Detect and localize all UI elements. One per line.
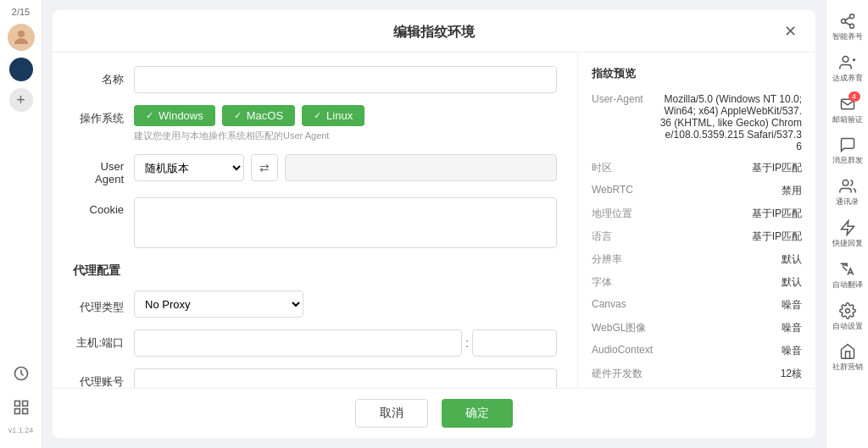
preview-detail-row: WebGL图像 噪音	[592, 321, 802, 335]
proxy-section-title: 代理配置	[73, 263, 557, 279]
host-input[interactable]	[134, 329, 462, 357]
os-check-icon: ✓	[146, 110, 153, 121]
preview-detail-row: 硬件开发数 12核	[592, 367, 802, 381]
edit-dialog: 编辑指纹环境 ✕ 名称 操作系统	[53, 10, 815, 438]
svg-line-10	[845, 17, 850, 19]
preview-detail-row: 分辨率 默认	[592, 252, 802, 267]
preview-detail-row: 字体 默认	[592, 275, 802, 290]
confirm-button[interactable]: 确定	[442, 399, 513, 428]
preview-ua-row: User-Agent Mozilla/5.0 (Windows NT 10.0;…	[592, 93, 802, 152]
preview-detail-key: 语言	[592, 230, 659, 244]
preview-detail-value: 基于IP匹配	[659, 230, 802, 244]
quick-reply-icon	[838, 218, 857, 237]
name-content	[134, 66, 557, 93]
preview-detail-key: Canvas	[592, 298, 659, 310]
preview-detail-value: 基于IP匹配	[659, 207, 802, 221]
right-item-auto[interactable]: 自动设置	[826, 296, 868, 336]
preview-detail-value: 默认	[659, 275, 802, 290]
svg-point-0	[18, 30, 25, 37]
right-item-translate[interactable]: 自动翻译	[826, 255, 868, 295]
svg-marker-16	[841, 221, 854, 235]
grid-icon[interactable]	[6, 392, 36, 423]
svg-line-9	[845, 22, 850, 25]
proxy-account-input[interactable]	[134, 368, 557, 388]
right-item-quick-label: 快捷回复	[832, 239, 863, 248]
profile-counter: 2/15	[12, 7, 30, 17]
preview-detail-row: WebRTC 禁用	[592, 184, 802, 198]
right-item-follow[interactable]: 达成养育	[826, 48, 868, 88]
cancel-button[interactable]: 取消	[355, 399, 428, 428]
proxy-type-select[interactable]: No Proxy HTTP HTTPS SOCKS5	[134, 290, 303, 318]
port-input[interactable]	[472, 329, 557, 357]
sidebar-profile-dot[interactable]	[9, 58, 33, 81]
preview-detail-key: 时区	[592, 161, 659, 175]
ua-controls: 随机版本 ⇄	[134, 154, 557, 181]
right-item-connect[interactable]: 通讯录	[826, 172, 868, 212]
svg-rect-2	[14, 401, 19, 407]
translate-icon	[838, 260, 857, 279]
right-item-verify[interactable]: 4 邮箱验证	[826, 90, 868, 130]
right-item-translate-label: 自动翻译	[832, 280, 863, 290]
proxy-type-content: No Proxy HTTP HTTPS SOCKS5	[134, 290, 557, 318]
os-macos-check-icon: ✓	[234, 110, 242, 121]
cookie-label: Cookie	[73, 197, 134, 216]
ua-row: User Agent 随机版本 ⇄	[73, 154, 557, 185]
host-content: :	[134, 329, 557, 357]
os-linux-button[interactable]: ✓ Linux	[302, 105, 364, 126]
clock-icon[interactable]	[6, 358, 36, 389]
preview-ua-value: Mozilla/5.0 (Windows NT 10.0; Win64; x64…	[659, 93, 802, 152]
right-panel: 智能养号 达成养育 4 邮箱验证 消息群发	[826, 0, 868, 448]
dialog-footer: 取消 确定	[53, 388, 815, 438]
right-item-community-label: 社群营销	[832, 362, 863, 372]
add-profile-button[interactable]: +	[9, 88, 33, 112]
os-windows-button[interactable]: ✓ Windows	[134, 105, 215, 126]
right-item-community[interactable]: 社群营销	[826, 337, 868, 377]
preview-detail-row: 地理位置 基于IP匹配	[592, 207, 802, 221]
cookie-input[interactable]	[134, 197, 557, 248]
preview-detail-row: 语言 基于IP匹配	[592, 230, 802, 244]
right-item-auto-label: 自动设置	[832, 322, 863, 331]
preview-detail-key: 地理位置	[592, 207, 659, 221]
right-item-smart-label: 智能养号	[832, 32, 863, 41]
proxy-type-label: 代理类型	[73, 294, 134, 315]
ua-custom-input[interactable]	[285, 154, 557, 181]
right-item-smart[interactable]: 智能养号	[826, 7, 868, 47]
proxy-type-row: 代理类型 No Proxy HTTP HTTPS SOCKS5	[73, 290, 557, 318]
name-input[interactable]	[134, 66, 557, 93]
preview-detail-key: WebGL图像	[592, 321, 659, 335]
right-item-message-label: 消息群发	[832, 156, 863, 165]
svg-point-8	[849, 24, 854, 28]
os-linux-label: Linux	[326, 109, 353, 122]
name-label: 名称	[73, 66, 134, 87]
version-label: v1.1.24	[8, 426, 34, 434]
svg-point-7	[841, 19, 845, 24]
preview-ua-key: User-Agent	[592, 93, 659, 105]
preview-detail-key: AudioContext	[592, 344, 659, 356]
ua-label: User Agent	[73, 154, 134, 185]
preview-detail-value: 默认	[659, 252, 802, 267]
host-label: 主机:端口	[73, 329, 134, 351]
os-hint: 建议您使用与本地操作系统相匹配的User Agent	[134, 130, 557, 142]
svg-point-11	[843, 56, 849, 62]
community-icon	[838, 342, 857, 361]
preview-detail-row: Canvas 噪音	[592, 298, 802, 312]
right-item-quick[interactable]: 快捷回复	[826, 213, 868, 253]
close-button[interactable]: ✕	[778, 19, 802, 43]
proxy-account-label: 代理账号	[73, 368, 134, 388]
ua-shuffle-button[interactable]: ⇄	[251, 154, 278, 181]
os-macos-button[interactable]: ✓ MacOS	[222, 105, 295, 126]
right-item-message[interactable]: 消息群发	[826, 130, 868, 170]
svg-rect-3	[22, 401, 27, 407]
preview-detail-row: 时区 基于IP匹配	[592, 161, 802, 175]
auto-set-icon	[838, 301, 857, 320]
avatar[interactable]	[8, 24, 35, 51]
connect-icon	[838, 177, 857, 196]
cookie-row: Cookie	[73, 197, 557, 252]
os-content: ✓ Windows ✓ MacOS ✓ Linux	[134, 105, 557, 142]
ua-version-select[interactable]: 随机版本	[134, 154, 244, 181]
verify-badge: 4	[849, 91, 860, 102]
preview-detail-value: 噪音	[659, 298, 802, 312]
os-macos-label: MacOS	[247, 109, 283, 122]
cookie-content	[134, 197, 557, 252]
proxy-account-row: 代理账号	[73, 368, 557, 388]
